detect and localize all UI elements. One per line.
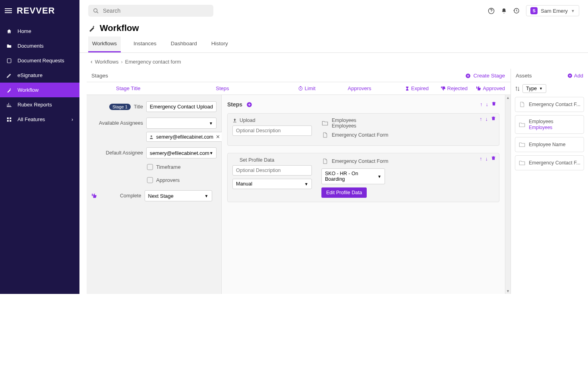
user-menu[interactable]: S Sam Emery ▼ (526, 5, 579, 16)
chart-icon (6, 102, 13, 108)
assets-panel: Assets Add Type ▼ (511, 69, 588, 294)
sidebar-item-documents[interactable]: Documents (0, 39, 79, 53)
sidebar: REVVER Home Documents Document Requests (0, 0, 79, 294)
default-assignee-label: Default Assignee (91, 150, 143, 156)
sidebar-nav: Home Documents Document Requests eSignat… (0, 24, 79, 127)
pen-icon (6, 73, 13, 78)
assets-title: Assets (516, 73, 532, 79)
bell-icon[interactable] (501, 8, 507, 14)
svg-rect-2 (10, 117, 11, 119)
page-title-text: Workflow (100, 23, 139, 33)
complete-label: Complete (120, 193, 141, 199)
complete-select[interactable]: Next Stage ▼ (145, 190, 212, 201)
workflow-panel: Stages Create Stage Stage Title Steps Li… (87, 69, 511, 294)
stage-title-input[interactable] (146, 101, 217, 112)
move-up-icon[interactable]: ↑ (480, 101, 483, 107)
asset-item[interactable]: Employees Employees (321, 118, 494, 129)
approvers-checkbox[interactable]: Approvers (91, 177, 217, 183)
asset-card[interactable]: Emergency Contact F... (515, 97, 584, 112)
col-approvers[interactable]: Approvers (348, 85, 405, 91)
create-stage-label: Create Stage (473, 73, 505, 79)
help-icon[interactable] (488, 8, 495, 14)
breadcrumb-link[interactable]: Workflows (95, 59, 119, 65)
asset-name: Emergency Contact F... (529, 102, 580, 107)
search-box[interactable] (88, 5, 213, 17)
asset-card[interactable]: Employee Name (515, 137, 584, 152)
delete-icon[interactable] (491, 101, 496, 107)
sidebar-item-home[interactable]: Home (0, 24, 79, 39)
scroll-down-icon[interactable]: ▼ (506, 289, 510, 293)
sidebar-item-workflow[interactable]: Workflow (0, 83, 79, 97)
asset-item[interactable]: Emergency Contact Form (321, 131, 494, 139)
sidebar-item-esignature[interactable]: eSignature (0, 68, 79, 83)
add-label: Add (574, 73, 583, 79)
move-down-icon[interactable]: ↓ (485, 116, 488, 122)
breadcrumb: ‹ Workflows › Emergency contact form (79, 53, 588, 69)
scrollbar[interactable]: ▲ ▼ (505, 95, 511, 294)
back-icon[interactable]: ‹ (91, 58, 93, 65)
folder-icon (518, 141, 526, 149)
col-steps[interactable]: Steps (216, 85, 298, 91)
sidebar-item-label: Workflow (17, 87, 39, 93)
steps-panel: Steps ↑ ↓ (222, 95, 505, 294)
timeframe-label: Timeframe (156, 164, 181, 170)
menu-toggle-icon[interactable] (5, 8, 12, 13)
tab-history[interactable]: History (210, 37, 230, 52)
svg-point-5 (94, 8, 97, 12)
col-approved[interactable]: Approved (476, 85, 505, 91)
edit-profile-button[interactable]: Edit Profile Data (321, 187, 367, 198)
col-expired[interactable]: Expired (405, 85, 441, 91)
add-asset-button[interactable]: Add (567, 73, 583, 79)
create-stage-button[interactable]: Create Stage (465, 73, 505, 79)
move-down-icon[interactable]: ↓ (486, 101, 489, 107)
svg-rect-3 (7, 120, 9, 122)
breadcrumb-current: Emergency contact form (125, 59, 181, 65)
col-rejected[interactable]: Rejected (441, 85, 476, 91)
sidebar-item-doc-requests[interactable]: Document Requests (0, 53, 79, 68)
file-icon (321, 157, 329, 165)
col-stage-title[interactable]: Stage Title (92, 85, 216, 91)
assignees-select[interactable]: ▼ (146, 118, 217, 129)
sidebar-item-label: Documents (17, 43, 44, 49)
scroll-up-icon[interactable]: ▲ (506, 96, 510, 100)
asset-item[interactable]: Emergency Contact Form (321, 157, 494, 165)
asset-card[interactable]: Employees Employees (515, 115, 584, 134)
tab-workflows[interactable]: Workflows (88, 37, 121, 52)
sort-icon[interactable] (515, 86, 520, 91)
folder-icon (518, 159, 526, 167)
tab-dashboard[interactable]: Dashboard (169, 37, 199, 52)
step-mode-select[interactable]: Manual ▼ (232, 179, 312, 189)
svg-rect-1 (7, 117, 9, 119)
move-down-icon[interactable]: ↓ (485, 156, 488, 162)
profile-select[interactable]: SKO - HR - On Boarding ▼ (321, 168, 385, 184)
breadcrumb-sep: › (121, 59, 122, 65)
step-card-upload: ↑ ↓ Upload (227, 113, 499, 146)
delete-icon[interactable] (491, 156, 496, 162)
step-desc-input[interactable] (232, 165, 312, 176)
tab-instances[interactable]: Instances (132, 37, 158, 52)
search-input[interactable] (103, 8, 209, 14)
assignee-chip[interactable]: semery@efilecabinet.com ✕ ▲▼ (146, 132, 229, 142)
sidebar-item-label: All Features (17, 116, 45, 122)
sidebar-item-all-features[interactable]: All Features › (0, 112, 79, 127)
remove-assignee-icon[interactable]: ✕ (216, 134, 220, 140)
file-icon (321, 131, 329, 139)
request-icon (6, 58, 13, 64)
col-limit[interactable]: Limit (298, 85, 348, 91)
timeframe-checkbox[interactable]: Timeframe (91, 164, 217, 170)
add-step-button[interactable] (246, 102, 252, 108)
asset-card[interactable]: Emergency Contact F... (515, 155, 584, 170)
sidebar-item-label: eSignature (17, 72, 43, 78)
page-title: Workflow (79, 21, 588, 37)
title-label: Title (134, 104, 143, 110)
default-assignee-select[interactable]: semery@efilecabinet.com ▼ (146, 147, 217, 158)
history-icon[interactable] (513, 8, 520, 14)
move-up-icon[interactable]: ↑ (480, 156, 482, 162)
type-select[interactable]: Type ▼ (522, 84, 546, 93)
step-desc-input[interactable] (232, 126, 312, 136)
move-up-icon[interactable]: ↑ (480, 116, 482, 122)
stages-title: Stages (91, 73, 108, 79)
sidebar-item-label: Document Requests (17, 58, 64, 64)
delete-icon[interactable] (491, 116, 496, 122)
sidebar-item-reports[interactable]: Rubex Reports (0, 97, 79, 112)
